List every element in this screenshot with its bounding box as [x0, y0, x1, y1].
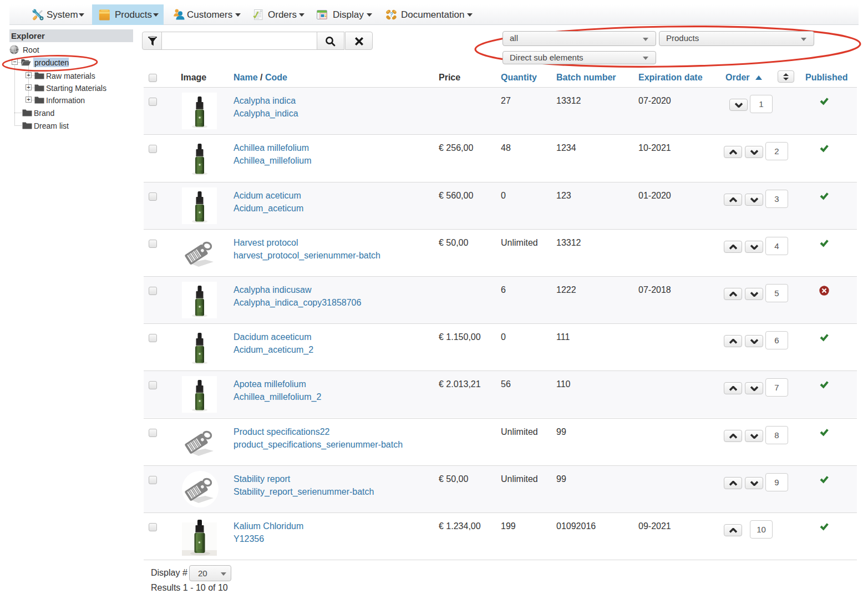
- svg-text:?: ?: [389, 11, 393, 18]
